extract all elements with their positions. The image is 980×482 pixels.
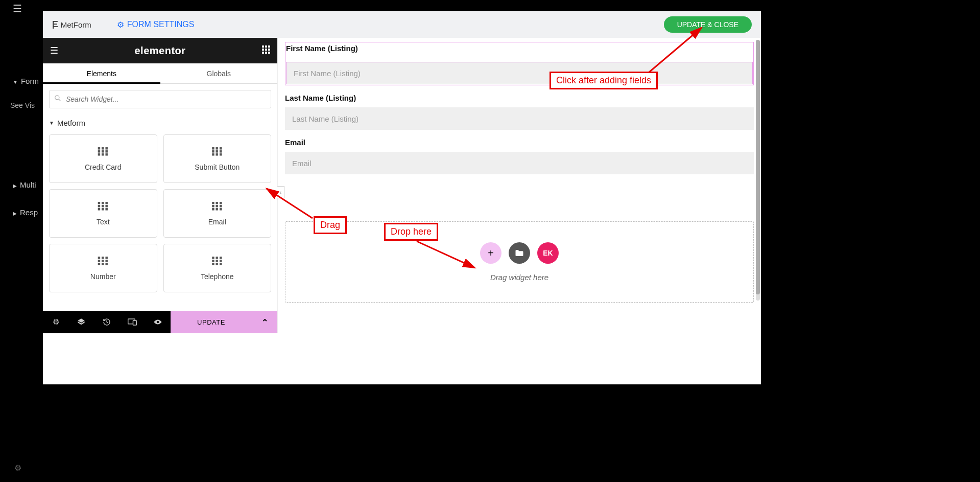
canvas-scrollbar-thumb[interactable] [756,40,760,294]
ek-icon: EK [543,249,553,257]
svg-rect-3 [262,49,264,51]
bg-see-visible: See Vis [10,101,35,109]
form-settings-label: FORM SETTINGS [127,20,195,29]
metform-brand-label: MetForm [61,20,91,29]
widget-number[interactable]: ▪▪▪▪▪▪▪▪▪ Number [49,244,157,292]
elementor-brand-label: elementor [134,45,185,57]
panel-tabs: Elements Globals [43,63,277,84]
category-metform[interactable]: ▼ Metform [49,119,271,127]
footer-responsive-button[interactable] [119,311,145,333]
panel-footer: ⚙ UPDATE ⌃ [43,311,277,333]
footer-update-options-button[interactable]: ⌃ [252,311,277,333]
modal-header: |Ξ MetForm ⚙ FORM SETTINGS UPDATE & CLOS… [43,11,761,38]
add-section-button[interactable]: + [480,242,501,264]
tab-globals[interactable]: Globals [160,63,278,83]
svg-rect-7 [265,52,267,54]
layers-icon [77,318,85,326]
widget-label: Credit Card [85,163,122,171]
widget-submit-button[interactable]: ▪▪▪▪▪▪▪▪▪ Submit Button [163,134,272,183]
add-template-button[interactable] [509,242,530,264]
widget-label: Submit Button [195,163,240,171]
panel-content: ▼ Metform ▪▪▪▪▪▪▪▪▪ Credit Card ▪▪▪▪▪▪▪▪… [43,84,277,311]
metform-logo-icon: |Ξ [52,20,57,29]
svg-rect-5 [268,49,270,51]
elementskit-button[interactable]: EK [537,242,559,264]
bg-menu-resp: ▶Resp [13,208,38,217]
widget-label: Text [97,218,110,226]
field-input[interactable]: Last Name (Listing) [285,107,754,130]
widget-grid-icon: ▪▪▪▪▪▪▪▪▪ [211,147,223,156]
widget-label: Email [208,218,226,226]
chevron-up-icon: ⌃ [261,317,268,327]
svg-rect-12 [133,320,137,325]
widget-grid-icon: ▪▪▪▪▪▪▪▪▪ [211,201,223,211]
widget-credit-card[interactable]: ▪▪▪▪▪▪▪▪▪ Credit Card [49,134,157,183]
history-icon [103,318,111,326]
gear-icon: ⚙ [117,20,124,30]
folder-icon [515,249,524,257]
dropzone-buttons: + EK [296,242,743,264]
widget-grid-icon: ▪▪▪▪▪▪▪▪▪ [98,147,109,156]
search-icon [54,95,61,103]
field-input[interactable]: Email [285,152,754,174]
gear-icon: ⚙ [53,317,59,327]
responsive-icon [128,318,137,326]
dropzone[interactable]: + EK Drag widget here [285,221,754,303]
panel-menu-icon[interactable]: ☰ [50,45,58,56]
form-settings-button[interactable]: ⚙ FORM SETTINGS [117,20,195,30]
field-input[interactable]: First Name (Listing) [286,62,753,84]
svg-rect-6 [262,52,264,54]
bg-hamburger-icon: ☰ [13,3,22,15]
footer-settings-button[interactable]: ⚙ [43,311,68,333]
metform-editor-modal: |Ξ MetForm ⚙ FORM SETTINGS UPDATE & CLOS… [43,11,761,384]
svg-rect-4 [265,49,267,51]
svg-rect-2 [268,45,270,48]
field-label: Email [285,138,754,147]
bg-settings-icon: ⚙ [14,463,21,473]
widget-telephone[interactable]: ▪▪▪▪▪▪▪▪▪ Telephone [163,244,272,292]
chevron-left-icon: ‹ [280,190,281,195]
panel-top-bar: ☰ elementor [43,38,277,63]
widget-grid: ▪▪▪▪▪▪▪▪▪ Credit Card ▪▪▪▪▪▪▪▪▪ Submit B… [49,134,271,292]
editor-body: ☰ elementor Elements Globals ▼ [43,38,761,333]
panel-collapse-handle[interactable]: ‹ [277,186,284,198]
widget-grid-icon: ▪▪▪▪▪▪▪▪▪ [98,201,109,211]
eye-icon [153,318,162,326]
widget-text[interactable]: ▪▪▪▪▪▪▪▪▪ Text [49,189,157,238]
footer-history-button[interactable] [94,311,119,333]
plus-icon: + [488,247,494,259]
metform-brand: |Ξ MetForm [52,20,91,29]
svg-rect-0 [262,45,264,48]
svg-line-10 [59,99,61,101]
svg-rect-1 [265,45,267,48]
field-label: Last Name (Listing) [285,94,754,102]
footer-navigator-button[interactable] [68,311,94,333]
field-first-name[interactable]: First Name (Listing) First Name (Listing… [285,42,754,85]
category-label: Metform [57,119,85,127]
field-email[interactable]: Email Email [285,138,754,174]
widget-label: Number [90,272,116,281]
field-last-name[interactable]: Last Name (Listing) Last Name (Listing) [285,94,754,130]
dropzone-text: Drag widget here [296,273,743,282]
tab-elements[interactable]: Elements [43,63,160,83]
footer-update-button[interactable]: UPDATE [171,311,252,333]
bg-menu-multi: ▶Multi [13,180,36,189]
elementor-panel: ☰ elementor Elements Globals ▼ [43,38,278,333]
panel-apps-icon[interactable] [262,45,270,56]
update-and-close-button[interactable]: UPDATE & CLOSE [664,16,752,33]
svg-rect-8 [268,52,270,54]
widget-grid-icon: ▪▪▪▪▪▪▪▪▪ [98,256,109,265]
widget-label: Telephone [201,272,234,281]
widget-email[interactable]: ▪▪▪▪▪▪▪▪▪ Email [163,189,272,238]
search-wrap [49,90,271,108]
category-caret-icon: ▼ [49,120,54,126]
svg-point-9 [55,96,59,100]
bg-menu-form: ▼Form [13,77,39,85]
search-input[interactable] [49,90,271,108]
widget-grid-icon: ▪▪▪▪▪▪▪▪▪ [211,256,223,265]
canvas-scrollbar[interactable] [756,40,760,301]
footer-preview-button[interactable] [145,311,171,333]
form-canvas[interactable]: First Name (Listing) First Name (Listing… [278,38,761,333]
field-label: First Name (Listing) [286,43,753,57]
